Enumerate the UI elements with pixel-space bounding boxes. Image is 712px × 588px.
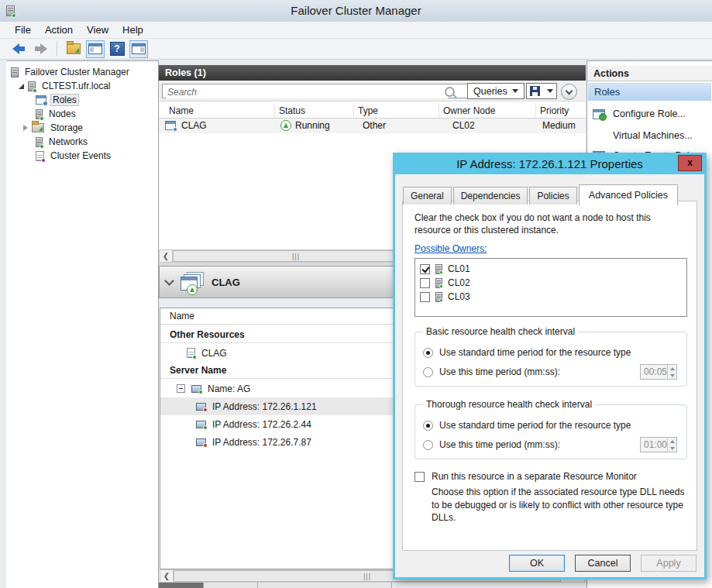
spinner-buttons[interactable] bbox=[667, 365, 676, 379]
console-tree-icon bbox=[88, 43, 102, 54]
table-row[interactable]: CLAG Running Other CL02 Medium bbox=[159, 119, 586, 133]
queries-label: Queries bbox=[473, 86, 507, 97]
tab-dependencies[interactable]: Dependencies bbox=[453, 187, 528, 205]
tree-item-roles[interactable]: Roles bbox=[36, 93, 79, 107]
owner-label: CL01 bbox=[448, 263, 470, 274]
owner-row-cl02[interactable]: CL02 bbox=[420, 276, 686, 290]
tree-item-nodes[interactable]: Nodes bbox=[36, 107, 78, 121]
cancel-button[interactable]: Cancel bbox=[575, 555, 631, 572]
back-button[interactable] bbox=[9, 40, 28, 58]
owner-checkbox[interactable] bbox=[420, 278, 430, 288]
possible-owners-link[interactable]: Possible Owners: bbox=[414, 243, 487, 254]
ip-address-icon bbox=[196, 403, 206, 411]
close-button[interactable]: x bbox=[678, 155, 702, 171]
ok-button[interactable]: OK bbox=[509, 555, 565, 572]
collapse-box-icon[interactable] bbox=[177, 384, 185, 393]
owner-row-cl03[interactable]: CL03 bbox=[420, 290, 686, 304]
apply-button[interactable]: Apply bbox=[641, 555, 697, 572]
scroll-left-button[interactable]: ❮ bbox=[160, 250, 173, 262]
separate-monitor-option[interactable]: Run this resource in a separate Resource… bbox=[414, 471, 685, 482]
spin-down-button[interactable] bbox=[668, 372, 676, 379]
tree-item-storage[interactable]: Storage bbox=[23, 121, 85, 135]
console-tree-pane: Failover Cluster Manager CLTEST.ufr.loca… bbox=[6, 60, 159, 588]
up-one-level-button[interactable] bbox=[64, 40, 83, 58]
monitor-checkbox[interactable] bbox=[414, 472, 425, 482]
column-owner-node[interactable]: Owner Node bbox=[443, 105, 495, 116]
help-button[interactable]: ? bbox=[108, 40, 126, 58]
folder-icon bbox=[67, 43, 81, 54]
radio-standard[interactable] bbox=[423, 348, 433, 358]
spinner-value: 01:00 bbox=[641, 438, 667, 452]
action-virtual-machines[interactable]: Virtual Machines... bbox=[588, 126, 711, 145]
column-priority[interactable]: Priority bbox=[540, 105, 569, 116]
tree-item-root[interactable]: Failover Cluster Manager bbox=[11, 65, 132, 79]
menu-view[interactable]: View bbox=[80, 22, 115, 37]
action-configure-role[interactable]: Configure Role... bbox=[588, 105, 711, 123]
tree-storage-label: Storage bbox=[48, 122, 85, 134]
expanded-triangle-icon[interactable] bbox=[19, 84, 24, 89]
tree-item-networks[interactable]: Networks bbox=[36, 135, 90, 149]
owner-checkbox[interactable] bbox=[420, 292, 430, 302]
role-owner-node: CL02 bbox=[452, 120, 475, 131]
radio-standard[interactable] bbox=[423, 421, 433, 431]
toolbar: ? bbox=[0, 39, 712, 60]
details-bottom-tabs[interactable] bbox=[159, 583, 392, 588]
toolbar-separator bbox=[57, 42, 57, 56]
spinner-buttons[interactable] bbox=[667, 438, 676, 452]
save-query-button[interactable] bbox=[526, 83, 557, 99]
menu-file[interactable]: File bbox=[8, 22, 38, 37]
column-type[interactable]: Type bbox=[358, 105, 378, 116]
tree-item-cluster[interactable]: CLTEST.ufr.local bbox=[19, 79, 112, 93]
column-status[interactable]: Status bbox=[279, 105, 305, 116]
bottom-tab-active[interactable] bbox=[159, 583, 204, 588]
search-icon bbox=[445, 87, 455, 97]
tab-policies[interactable]: Policies bbox=[529, 187, 576, 205]
collapse-chevron-icon[interactable] bbox=[164, 276, 174, 286]
bottom-tab[interactable] bbox=[204, 583, 258, 588]
menu-help[interactable]: Help bbox=[115, 22, 150, 37]
thorough-time-spinner[interactable]: 01:00 bbox=[640, 437, 677, 452]
back-arrow-icon bbox=[12, 43, 26, 54]
owner-row-cl01[interactable]: CL01 bbox=[420, 262, 686, 276]
tree-item-cluster-events[interactable]: Cluster Events bbox=[36, 149, 113, 163]
tab-general[interactable]: General bbox=[403, 187, 452, 205]
running-status-icon bbox=[280, 120, 291, 131]
scroll-left-button[interactable]: ❮ bbox=[160, 570, 174, 582]
search-input[interactable] bbox=[166, 85, 448, 98]
queries-button[interactable]: Queries bbox=[467, 83, 525, 99]
collapsed-triangle-icon[interactable] bbox=[23, 125, 28, 131]
monitor-label: Run this resource in a separate Resource… bbox=[432, 471, 637, 482]
node-icon bbox=[435, 264, 442, 274]
show-action-pane-button[interactable] bbox=[129, 40, 148, 58]
title-bar: Failover Cluster Manager bbox=[0, 0, 712, 22]
scrollbar-thumb[interactable]: ||| bbox=[173, 250, 419, 262]
resource-label: CLAG bbox=[201, 348, 227, 359]
basic-standard-option[interactable]: Use standard time period for the resourc… bbox=[423, 346, 679, 359]
spin-up-button[interactable] bbox=[668, 438, 676, 445]
show-console-tree-button[interactable] bbox=[86, 40, 105, 58]
failover-cluster-manager-window: Failover Cluster Manager File Action Vie… bbox=[0, 0, 712, 588]
chevron-down-icon bbox=[566, 88, 573, 95]
ip-address-icon bbox=[196, 421, 206, 428]
column-name[interactable]: Name bbox=[169, 105, 194, 116]
help-icon: ? bbox=[110, 42, 125, 56]
node-icon bbox=[435, 292, 442, 302]
thorough-standard-option[interactable]: Use standard time period for the resourc… bbox=[423, 418, 679, 432]
basic-time-spinner[interactable]: 00:05 bbox=[640, 364, 677, 380]
tree-cluster-label: CLTEST.ufr.local bbox=[40, 80, 112, 92]
radio-custom[interactable] bbox=[423, 440, 433, 450]
grid-header: Name Status Type Owner Node Priority bbox=[159, 103, 586, 119]
radio-label: Use standard time period for the resourc… bbox=[439, 420, 631, 431]
thorough-health-check-group: Thorough resource health check interval … bbox=[414, 399, 687, 459]
forward-button[interactable] bbox=[31, 40, 50, 58]
radio-custom[interactable] bbox=[423, 367, 433, 377]
bottom-tab[interactable] bbox=[258, 583, 392, 588]
node-icon bbox=[435, 278, 442, 288]
tab-advanced-policies[interactable]: Advanced Policies bbox=[579, 184, 678, 205]
menu-action[interactable]: Action bbox=[38, 22, 80, 37]
owner-checkbox[interactable] bbox=[420, 264, 430, 274]
spin-down-button[interactable] bbox=[668, 445, 676, 452]
spin-up-button[interactable] bbox=[668, 365, 676, 372]
actions-section-roles[interactable]: Roles bbox=[588, 83, 711, 101]
expand-filter-button[interactable] bbox=[561, 84, 577, 100]
